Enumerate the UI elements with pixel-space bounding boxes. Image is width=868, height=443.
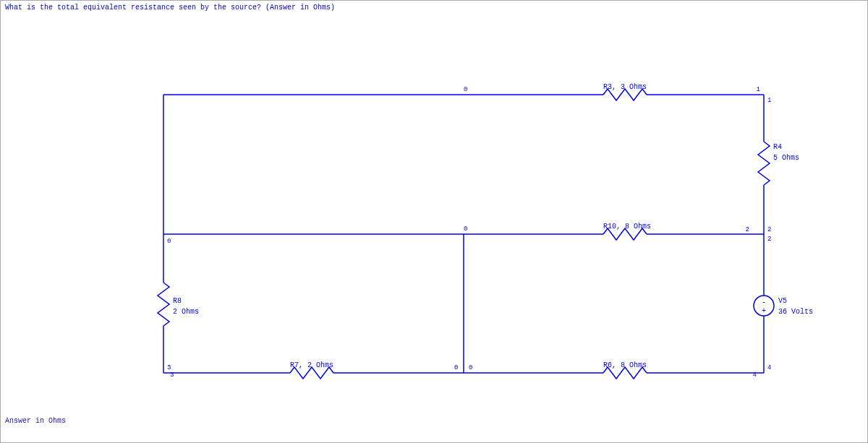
svg-text:R10, 8 Ohms: R10, 8 Ohms [603,223,651,231]
node-2a: 2 [746,226,749,233]
r10-value: 8 Ohms [625,223,651,231]
r4-name: R4 [773,143,782,151]
r7-name: R7 [290,361,299,369]
v5-neg: - [762,298,766,306]
r7-value: 2 Ohms [307,361,333,369]
v5-pos: + [762,307,766,315]
v5-name: V5 [778,297,787,305]
node-3a: 3 [167,364,171,371]
r3-value: 3 Ohms [621,83,647,91]
r8-name: R8 [173,297,182,305]
r4-value: 5 Ohms [773,154,799,162]
r6-name: R6 [603,361,612,369]
circuit-diagram: R3, 3 Ohms 0 1 1 R10, 8 Ohms 0 2 2 2 0 R… [1,1,868,443]
svg-text:R3, 3 Ohms: R3, 3 Ohms [603,83,647,91]
node-0-br: 0 [469,364,472,371]
node-1a: 1 [757,86,760,93]
node-0-bl: 0 [454,364,458,371]
v5-value: 36 Volts [778,308,813,316]
svg-text:R6, 8 Ohms: R6, 8 Ohms [603,361,647,369]
node-2b: 2 [767,226,771,233]
node-2c: 2 [767,236,771,243]
node-4a: 4 [767,364,771,371]
r10-name: R10 [603,223,616,231]
r6-value: 8 Ohms [621,361,647,369]
svg-text:R7, 2 Ohms: R7, 2 Ohms [290,361,333,369]
node-0-top: 0 [464,86,467,93]
r8-value: 2 Ohms [173,308,199,316]
node-0-midL: 0 [464,225,467,233]
node-1b: 1 [767,97,771,104]
node-0-left: 0 [167,238,171,245]
r3-name: R3 [603,83,612,91]
